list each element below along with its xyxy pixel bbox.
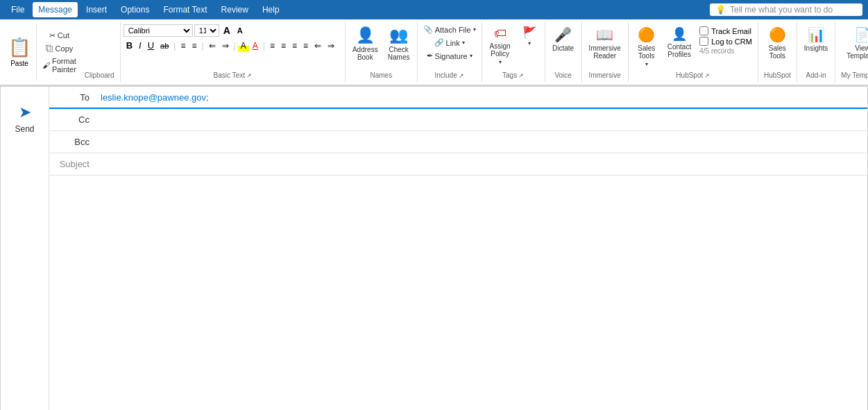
assign-policy-button[interactable]: 🏷 AssignPolicy ▾ [485, 24, 516, 68]
menu-file[interactable]: File [6, 2, 30, 17]
ribbon-content: 📋 Paste ✂ Cut ⿻ Copy 🖌 Format Painter Cl… [0, 19, 868, 85]
menu-format-text[interactable]: Format Text [158, 2, 212, 17]
compose-container: ➤ Send To Cc Bcc Subject [0, 86, 868, 410]
highlight-button[interactable]: A [238, 40, 249, 52]
hubspot-group: 🟠 SalesTools ▾ 👤 ContactProfiles Track E… [629, 22, 758, 82]
cc-input[interactable] [98, 113, 867, 126]
view-templates-button[interactable]: 📄 ViewTemplates [842, 24, 868, 62]
addin-buttons: 📊 Insights [800, 24, 832, 70]
decrease-indent-button[interactable]: ⇐ [206, 40, 219, 52]
link-dropdown-arrow: ▾ [462, 40, 465, 46]
cut-button[interactable]: ✂ Cut [40, 30, 79, 42]
align-center-button[interactable]: ≡ [278, 40, 289, 52]
names-label: Names [348, 70, 414, 80]
flag-button[interactable]: 🚩 ▾ [517, 24, 542, 49]
menu-options[interactable]: Options [115, 2, 155, 17]
hubspot-expand-icon[interactable]: ↗ [704, 72, 710, 79]
check-names-button[interactable]: 👥 CheckNames [384, 24, 414, 64]
track-email-checkbox[interactable] [699, 26, 708, 35]
menu-insert[interactable]: Insert [80, 2, 112, 17]
check-names-label: CheckNames [388, 46, 410, 61]
sales-tools-label: SalesTools [638, 44, 655, 60]
format-painter-label: Format Painter [52, 57, 76, 74]
address-book-button[interactable]: 👤 AddressBook [348, 24, 382, 64]
font-color-button[interactable]: A [250, 40, 261, 52]
cut-label: Cut [58, 31, 69, 40]
log-to-crm-label: Log to CRM [711, 37, 752, 46]
font-controls: Calibri 11 A A B I U ab | ≡ [124, 24, 337, 52]
view-templates-label: ViewTemplates [846, 44, 868, 60]
to-input[interactable] [98, 91, 867, 104]
basic-text-expand-icon[interactable]: ↗ [246, 72, 252, 79]
numbering-button[interactable]: ≡ [189, 40, 199, 52]
flag-icon: 🚩 [522, 26, 536, 39]
attach-file-icon: 📎 [423, 25, 433, 34]
bullets-button[interactable]: ≡ [178, 40, 188, 52]
dictate-button[interactable]: 🎤 Dictate [548, 24, 579, 55]
include-expand-icon[interactable]: ↗ [459, 72, 464, 79]
contact-profiles-label: ContactProfiles [667, 43, 691, 58]
sales-tools-arrow: ▾ [645, 61, 648, 67]
decrease-indent2-button[interactable]: ⇐ [312, 40, 324, 52]
signature-button[interactable]: ✒ Signature ▾ [420, 50, 479, 62]
track-email-checkbox-row[interactable]: Track Email [699, 26, 752, 35]
menu-message[interactable]: Message [33, 2, 78, 17]
italic-button[interactable]: I [136, 39, 144, 52]
strikethrough-button[interactable]: ab [158, 40, 171, 51]
attach-file-button[interactable]: 📎 Attach File ▾ [420, 24, 479, 35]
grow-font-button[interactable]: A [221, 24, 233, 37]
subject-input[interactable] [98, 157, 867, 171]
bold-button[interactable]: B [124, 39, 135, 52]
link-button[interactable]: 🔗 Link ▾ [420, 37, 479, 49]
send-button[interactable]: ➤ Send [9, 98, 40, 139]
sales-tools-button[interactable]: 🟠 SalesTools ▾ [631, 24, 662, 70]
paste-label: Paste [10, 60, 28, 67]
font-size-select[interactable]: 11 [194, 24, 219, 37]
immersive-reader-label: ImmersiveReader [589, 44, 621, 60]
paste-icon: 📋 [8, 37, 31, 58]
sep2: | [201, 41, 203, 51]
contact-profiles-button[interactable]: 👤 ContactProfiles [663, 24, 695, 61]
align-left-button[interactable]: ≡ [267, 40, 278, 52]
immersive-label: Immersive [585, 70, 625, 80]
clipboard-group: 📋 Paste ✂ Cut ⿻ Copy 🖌 Format Painter Cl… [0, 22, 121, 82]
immersive-reader-button[interactable]: 📖 ImmersiveReader [585, 24, 625, 62]
insights-icon: 📊 [808, 26, 825, 43]
format-painter-button[interactable]: 🖌 Format Painter [40, 55, 79, 75]
sales-tools-2-button[interactable]: 🟠 SalesTools [762, 24, 792, 62]
tell-me-search[interactable]: 💡 Tell me what you want to do [710, 3, 862, 16]
sep4: | [263, 41, 265, 51]
copy-button[interactable]: ⿻ Copy [40, 43, 79, 54]
attach-file-label: Attach File [435, 26, 471, 34]
font-name-select[interactable]: Calibri [124, 24, 193, 37]
increase-indent2-button[interactable]: ⇒ [325, 40, 337, 52]
menu-review[interactable]: Review [216, 2, 254, 17]
sales-tools-2-label: SalesTools [769, 44, 786, 60]
log-to-crm-checkbox-row[interactable]: Log to CRM [699, 37, 752, 46]
justify-button[interactable]: ≡ [300, 40, 311, 52]
hubspot2-label: HubSpot [761, 70, 794, 80]
bcc-input[interactable] [98, 135, 867, 148]
my-templates-group: 📄 ViewTemplates My Templates [835, 22, 868, 82]
hubspot-label: HubSpot ↗ [631, 70, 755, 80]
search-placeholder-text: Tell me what you want to do [730, 5, 833, 15]
hubspot-sales2-icon: 🟠 [769, 26, 786, 43]
hubspot-sales-icon: 🟠 [638, 26, 655, 43]
bcc-label: Bcc [49, 137, 98, 147]
link-icon: 🔗 [434, 38, 444, 47]
sig-dropdown-arrow: ▾ [470, 53, 473, 59]
hubspot2-buttons: 🟠 SalesTools [762, 24, 792, 70]
increase-indent-button[interactable]: ⇒ [219, 40, 232, 52]
basic-text-group: Calibri 11 A A B I U ab | ≡ [121, 22, 346, 82]
shrink-font-button[interactable]: A [235, 25, 246, 36]
menu-help[interactable]: Help [257, 2, 285, 17]
insights-button[interactable]: 📊 Insights [800, 24, 832, 55]
addin-label: Add-in [800, 70, 832, 80]
names-buttons: 👤 AddressBook 👥 CheckNames [348, 24, 414, 70]
align-right-button[interactable]: ≡ [289, 40, 300, 52]
log-to-crm-checkbox[interactable] [699, 37, 708, 46]
tags-expand-icon[interactable]: ↗ [518, 72, 524, 79]
compose-body[interactable] [49, 176, 867, 410]
paste-button[interactable]: 📋 Paste [3, 24, 37, 80]
underline-button[interactable]: U [145, 39, 157, 52]
